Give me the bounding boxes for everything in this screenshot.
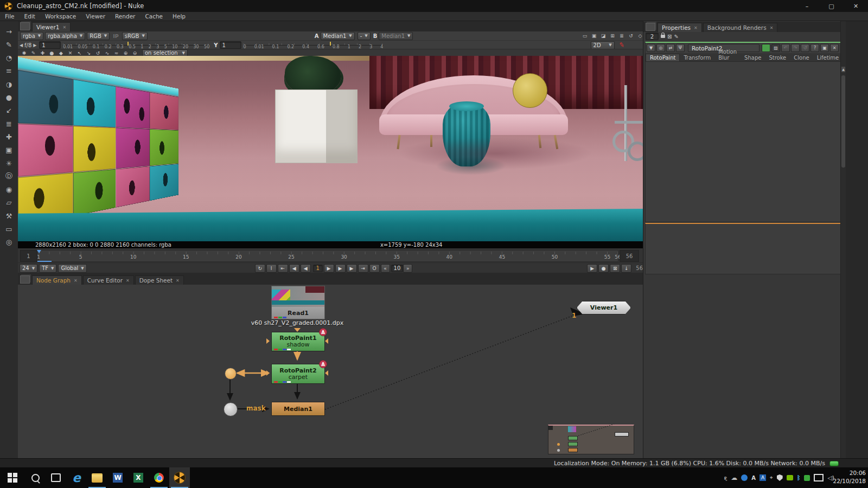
key-remove-icon[interactable]: ⊖ [131,50,139,56]
node-median1[interactable]: Median1 [271,402,325,416]
shuttle-icon[interactable]: Ψ [676,44,685,52]
nodegraph-minimap[interactable] [548,425,634,454]
tray-people-icon[interactable]: ꭆ [724,474,727,481]
node-rotopaint1[interactable]: RotoPaint1shadow [271,332,325,351]
in-out-button[interactable]: I [266,264,277,273]
gamma-input[interactable]: 1 [220,41,241,49]
toolbar-draw-icon[interactable]: ✎ [0,38,18,51]
title-bar[interactable]: Cleanup_astro_CM2.nk [modified] - Nuke –… [0,0,868,12]
menu-render[interactable]: Render [110,13,140,20]
undo-stroke-icon[interactable]: ↺ [94,50,102,56]
proxy-mode[interactable]: f/8 [24,42,31,48]
record-button[interactable]: ● [598,264,609,273]
gain-sat-icon[interactable]: ▣ [590,33,598,39]
tray-defender-icon[interactable] [777,474,783,481]
proptab-lifetime[interactable]: Lifetime [813,54,843,61]
lock-range-button[interactable]: ⊠ [610,264,620,273]
tray-share-icon[interactable] [741,474,748,481]
draw-icon[interactable]: ✎ [29,50,37,56]
proptab-shape[interactable]: Shape [741,54,765,61]
tray-display-icon[interactable] [814,474,824,481]
clear-panels-icon[interactable]: ⊠ [667,34,672,40]
gain-slider[interactable]: 0.010.050.10.20.30.5123510203050 [63,42,209,49]
toolbar-particles-icon[interactable]: ✳ [0,157,18,170]
annotate-pen-icon[interactable]: ✎ [618,41,625,49]
input-process-toggle[interactable]: IP [113,33,119,39]
range-mode-dropdown[interactable]: Global▼ [58,264,86,273]
sync-button[interactable]: ↻ [255,264,265,273]
close-icon[interactable]: ✕ [74,278,78,283]
frame-ruler[interactable]: 151015202530354045505556 [38,250,618,262]
key-add-icon[interactable]: ⊕ [122,50,130,56]
close-icon[interactable]: ✕ [126,278,130,283]
close-button[interactable]: ✕ [844,0,868,12]
close-icon[interactable]: ✕ [694,25,698,30]
remove-icon[interactable]: ✕ [66,50,74,56]
menu-help[interactable]: Help [168,13,190,20]
proptab-transform[interactable]: Transform [680,54,714,61]
range-end-box[interactable]: 56 [620,250,639,262]
proxy-icon[interactable]: ◪ [599,33,607,39]
collapse-icon[interactable]: ▼ [647,44,655,52]
current-frame-input[interactable]: 1 [313,265,323,272]
goto-end-button[interactable]: ⇥ [358,264,368,273]
minimize-button[interactable]: – [795,0,819,12]
view-mode-dropdown[interactable]: 2D▼ [591,41,615,49]
prev-proxy-icon[interactable]: ◀ [18,43,24,48]
taskbar-clock[interactable]: 20:06 22/10/2018 [833,469,866,485]
redo-icon[interactable]: ↷ [791,44,800,52]
b-input-dropdown[interactable]: Median1▼ [379,32,413,40]
node-rotopaint2[interactable]: RotoPaint2carpet [271,364,325,384]
menu-workspace[interactable]: Workspace [40,13,81,20]
toolbar-merge-icon[interactable]: ≣ [0,117,18,130]
maximize-button[interactable]: ▢ [819,0,844,12]
panel-float-icon[interactable] [20,22,30,30]
add-point-icon[interactable]: ✚ [39,50,47,56]
menu-file[interactable]: File [0,13,20,20]
toolbar-time-icon[interactable]: ◔ [0,52,18,65]
node-graph-canvas[interactable]: Read1 v60 sh27_V2_graded.0001.dpx RotoPa… [18,285,643,458]
taskbar-word-button[interactable]: W [107,467,128,488]
proptab-motion-blur[interactable]: Motion Blur [714,48,741,61]
switch-icon[interactable]: ⇄ [666,44,675,52]
proptab-rotopaint[interactable]: RotoPaint [646,54,680,61]
a-input-dropdown[interactable]: Median1▼ [321,32,355,40]
timeline-frames-dropdown[interactable]: TF▼ [39,264,56,273]
fps-dropdown[interactable]: 24▼ [20,264,37,273]
proptab-stroke[interactable]: Stroke [765,54,790,61]
loop-button[interactable]: O [369,264,380,273]
layer-dropdown[interactable]: rgba▼ [20,32,43,40]
close-icon[interactable]: ✕ [62,25,66,30]
node-read1[interactable]: Read1 [271,286,325,319]
next-proxy-icon[interactable]: ▶ [31,43,38,48]
tab-background-renders[interactable]: Background Renders✕ [703,23,778,32]
wipe-icon[interactable]: ▭ [580,33,589,39]
tab-dope-sheet[interactable]: Dope Sheet✕ [135,275,184,285]
flipbook-button[interactable]: ▶ [587,264,597,273]
toolbar-channel-icon[interactable]: ≡ [0,65,18,78]
display-channel-dropdown[interactable]: RGB▼ [87,32,110,40]
export-button[interactable]: ↓ [621,264,631,273]
tray-mouse-icon[interactable]: ⌖ [770,474,773,481]
tray-autodesk-icon[interactable]: A [751,475,756,481]
tab-viewer1[interactable]: Viewer1✕ [32,22,71,31]
menu-cache[interactable]: Cache [140,13,168,20]
dot-node-gray[interactable] [224,402,238,416]
max-panels-input[interactable]: 2 [646,33,659,40]
frame-step-input[interactable]: 10 [391,265,404,272]
revert-icon[interactable]: ↺ [801,44,809,52]
step-forward-button[interactable]: » [403,264,412,273]
center-icon[interactable]: ◎ [656,44,665,52]
taskbar-task-view-button[interactable] [46,467,66,488]
taskbar-explorer-button[interactable] [87,467,107,488]
taskbar-edge-button[interactable]: e [66,467,87,488]
prev-frame-button[interactable]: ◀ [301,264,311,273]
proptab-clone[interactable]: Clone [790,54,813,61]
viewer-image[interactable] [18,56,643,241]
gl-color-icon[interactable]: ▨ [771,44,780,52]
toolbar-transform-icon[interactable]: ✚ [0,130,18,143]
next-frame-button[interactable]: ▶ [335,264,346,273]
brush-icon[interactable]: ● [48,50,56,56]
next-keyframe-button[interactable]: ▶ [347,264,357,273]
menu-viewer[interactable]: Viewer [81,13,110,20]
